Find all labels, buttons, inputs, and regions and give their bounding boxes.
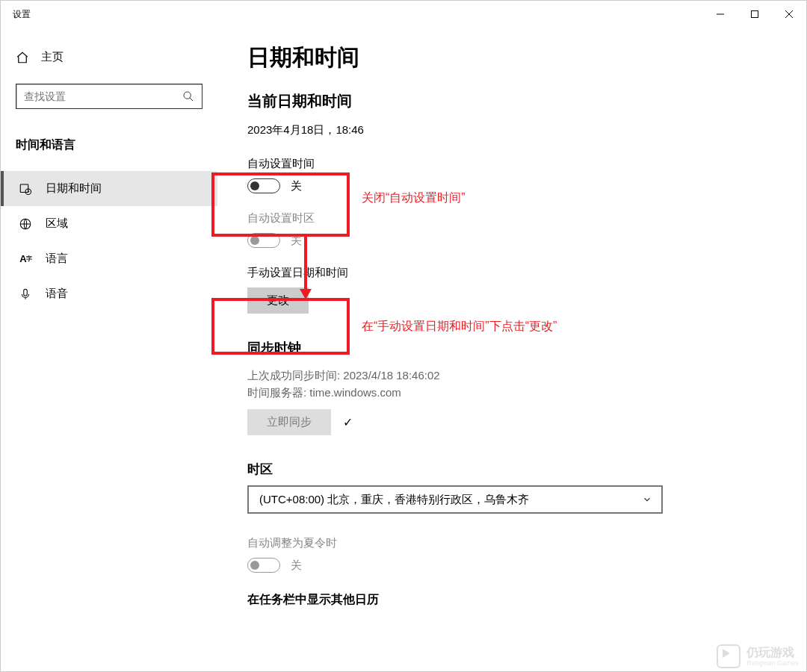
home-icon <box>16 51 29 64</box>
watermark: 仍玩游戏 Rengwan Games <box>717 644 799 668</box>
search-icon <box>182 90 194 102</box>
sync-server: 时间服务器: time.windows.com <box>247 386 776 400</box>
current-datetime-heading: 当前日期和时间 <box>247 91 776 111</box>
content-area: 日期和时间 当前日期和时间 2023年4月18日，18:46 自动设置时间 关 … <box>217 28 806 672</box>
globe-icon <box>19 217 32 231</box>
auto-zone-label: 自动设置时区 <box>247 211 776 225</box>
manual-set-label: 手动设置日期和时间 <box>247 266 776 280</box>
svg-rect-6 <box>20 184 28 193</box>
sync-clock-group: 同步时钟 上次成功同步时间: 2023/4/18 18:46:02 时间服务器:… <box>247 339 776 435</box>
close-button[interactable] <box>772 2 806 26</box>
sync-now-button[interactable]: 立即同步 <box>247 409 331 435</box>
minimize-button[interactable] <box>703 2 738 26</box>
annotation-text-1: 关闭“自动设置时间” <box>362 190 466 206</box>
language-icon: A字 <box>19 252 32 266</box>
timezone-group: 时区 (UTC+08:00) 北京，重庆，香港特别行政区，乌鲁木齐 <box>247 461 776 514</box>
svg-rect-9 <box>24 289 28 296</box>
annotation-text-2: 在“手动设置日期和时间”下点击“更改” <box>362 319 557 335</box>
sidebar-item-datetime[interactable]: 日期和时间 <box>1 171 217 206</box>
timezone-dropdown[interactable]: (UTC+08:00) 北京，重庆，香港特别行政区，乌鲁木齐 <box>247 485 663 514</box>
home-label: 主页 <box>41 50 64 64</box>
page-heading: 日期和时间 <box>247 43 776 73</box>
svg-point-4 <box>184 92 191 99</box>
timezone-value: (UTC+08:00) 北京，重庆，香港特别行政区，乌鲁木齐 <box>259 493 529 507</box>
auto-zone-toggle <box>247 233 280 248</box>
auto-time-state: 关 <box>291 179 302 193</box>
svg-line-5 <box>190 98 193 101</box>
sync-heading: 同步时钟 <box>247 339 776 357</box>
dst-toggle <box>247 558 280 573</box>
microphone-icon <box>19 287 32 301</box>
chevron-down-icon <box>642 494 652 505</box>
check-icon: ✓ <box>343 415 353 429</box>
window-title: 设置 <box>13 8 31 21</box>
watermark-subtext: Rengwan Games <box>746 659 799 667</box>
timezone-heading: 时区 <box>247 461 776 478</box>
auto-time-group: 自动设置时间 关 <box>247 157 776 193</box>
dst-label: 自动调整为夏令时 <box>247 536 776 550</box>
sync-last: 上次成功同步时间: 2023/4/18 18:46:02 <box>247 369 776 383</box>
home-link[interactable]: 主页 <box>1 44 217 70</box>
svg-rect-1 <box>752 11 758 18</box>
auto-zone-state: 关 <box>291 234 302 248</box>
sidebar-item-label: 语音 <box>46 287 68 301</box>
calendar-clock-icon <box>19 182 32 196</box>
sidebar-item-label: 区域 <box>46 217 68 231</box>
dst-state: 关 <box>291 559 302 573</box>
sidebar-item-speech[interactable]: 语音 <box>1 276 217 311</box>
window-controls <box>703 2 806 26</box>
current-datetime-value: 2023年4月18日，18:46 <box>247 123 776 137</box>
sidebar-item-label: 语言 <box>46 252 68 266</box>
sidebar-item-label: 日期和时间 <box>46 181 102 196</box>
search-input[interactable] <box>24 90 182 102</box>
titlebar: 设置 <box>1 1 806 28</box>
sidebar-section-label: 时间和语言 <box>1 131 217 159</box>
auto-time-label: 自动设置时间 <box>247 157 776 171</box>
sidebar: 主页 时间和语言 日期和时间 <box>1 28 217 672</box>
watermark-icon <box>717 644 740 668</box>
auto-zone-group: 自动设置时区 关 <box>247 211 776 248</box>
search-input-wrap[interactable] <box>16 84 202 109</box>
watermark-text: 仍玩游戏 <box>746 646 799 659</box>
sidebar-item-region[interactable]: 区域 <box>1 206 217 241</box>
maximize-button[interactable] <box>738 2 772 26</box>
dst-group: 自动调整为夏令时 关 <box>247 536 776 573</box>
manual-set-group: 手动设置日期和时间 更改 <box>247 266 776 314</box>
taskbar-calendar-heading: 在任务栏中显示其他日历 <box>247 592 776 608</box>
sidebar-item-language[interactable]: A字 语言 <box>1 241 217 276</box>
change-button[interactable]: 更改 <box>247 287 309 314</box>
auto-time-toggle[interactable] <box>247 178 280 193</box>
